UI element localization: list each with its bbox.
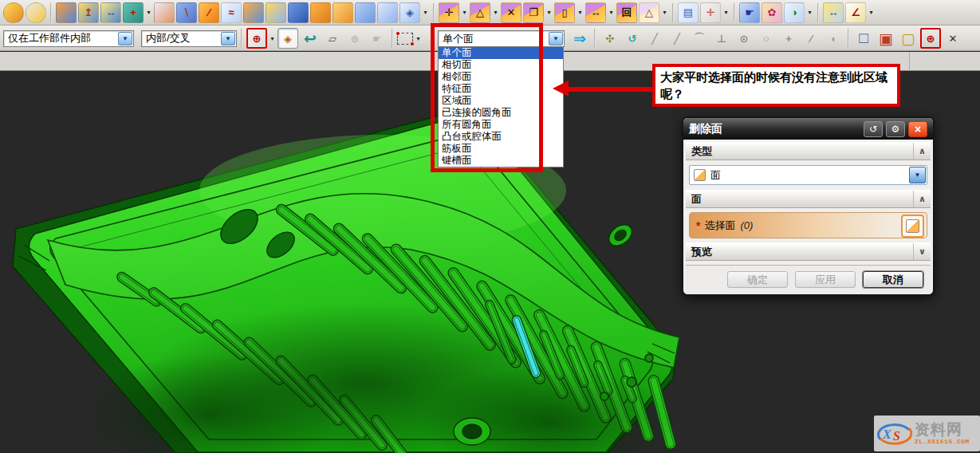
assembly-cube-icon[interactable]: ▢ [898,28,919,49]
dropdown-caret-icon[interactable]: ▾ [577,9,584,16]
face-rule-option[interactable]: 筋板面 [439,143,563,155]
marquee-select-icon[interactable] [397,33,413,45]
face-rule-combo[interactable]: 单个面 [438,30,565,47]
part-navigator-icon[interactable]: ▤ [678,2,699,23]
reset-icon[interactable]: ↺ [864,121,883,137]
section-face[interactable]: 面 ∧ [686,190,931,208]
face-rule-option[interactable]: 键槽面 [439,155,563,167]
split-body-icon[interactable]: ∖ [176,2,197,23]
wcs-orient-icon[interactable]: ✛ [700,2,721,23]
dropdown-caret-icon[interactable]: ▾ [415,35,422,42]
solid-selection-scope-icon[interactable]: ◈ [277,28,298,49]
face-rule-option[interactable]: 已连接的圆角面 [439,107,563,119]
dialog-title-bar[interactable]: 删除面 ↺ ⚙ × [683,118,933,140]
reposition-target-icon[interactable]: ⊕ [344,28,365,49]
curve-rule-combo[interactable]: 内部/交叉 [141,30,237,47]
face-rule-option[interactable]: 区域面 [439,95,563,107]
chevron-down-icon[interactable] [549,32,563,45]
bounded-plane-icon[interactable] [355,2,376,23]
resize-face-icon[interactable]: ↔ [585,2,606,23]
apply-button[interactable]: 应用 [795,271,856,288]
snap-endpoint-icon[interactable]: ╱ [644,28,665,49]
chevron-down-icon[interactable] [221,32,235,45]
pull-face-icon[interactable]: △ [470,2,490,23]
snap-arc-center-icon[interactable]: ⊙ [734,28,754,49]
face-blend-icon[interactable] [26,2,46,23]
dropdown-caret-icon[interactable]: ▾ [722,9,730,16]
delete-face-icon[interactable]: ✕ [501,2,521,23]
snapshot-icon[interactable]: ☛ [367,28,388,49]
chevron-up-icon[interactable]: ∧ [913,143,931,160]
section-type[interactable]: 类型 ∧ [686,142,931,160]
face-rule-dropdown-list[interactable]: 单个面相切面相邻面特征面区域面已连接的圆角面所有圆角面凸台或腔体面筋板面键槽面 [438,46,564,167]
dropdown-caret-icon[interactable]: ▾ [868,9,875,16]
chevron-down-icon[interactable] [118,32,132,45]
snap-intersection-icon[interactable]: ⊥ [711,28,732,49]
face-rule-option[interactable]: 单个面 [439,47,563,59]
close-icon[interactable]: × [908,121,927,137]
emboss-body-icon[interactable] [56,2,77,23]
chevron-up-icon[interactable]: ∧ [913,191,931,207]
face-rule-option[interactable]: 凸台或腔体面 [439,131,563,143]
dropdown-caret-icon[interactable]: ▾ [269,35,276,42]
snap-point-on-face-icon[interactable]: ∕ [801,28,821,49]
dropdown-caret-icon[interactable]: ▾ [661,9,668,16]
swept-icon[interactable] [310,2,331,23]
find-component-icon[interactable]: ⊕ [920,28,941,49]
snap-rotate-point-icon[interactable]: ↺ [622,28,643,49]
show-hide-icon[interactable]: ◑ [784,2,805,23]
offset-face-icon[interactable]: ↥ [78,2,99,23]
make-coplanar-icon[interactable]: △ [639,2,659,23]
cut-face-icon[interactable]: ▯ [554,2,575,23]
assign-material-icon[interactable]: ☛ [739,2,760,23]
selection-filter-icon[interactable]: ⊕ [246,28,267,49]
gear-icon[interactable]: ⚙ [886,121,905,137]
edit-object-display-icon[interactable]: ✿ [762,2,782,23]
polyhedron-icon[interactable]: ◈ [399,2,420,23]
wave-geometry-icon[interactable] [288,2,309,23]
type-dropdown[interactable]: 面 [689,165,927,185]
select-face-button[interactable] [901,215,924,238]
dropdown-caret-icon[interactable]: ▾ [492,9,499,16]
pocket-icon[interactable] [3,2,24,23]
copy-face-icon[interactable]: ❐ [523,2,544,23]
trim-body-icon[interactable] [154,2,175,23]
section-preview[interactable]: 预览 ∨ [686,242,931,261]
snap-existing-point-icon[interactable]: + [778,28,799,49]
face-rule-option[interactable]: 相邻面 [439,71,563,83]
dropdown-caret-icon[interactable]: ▾ [806,9,813,16]
scale-body-icon[interactable]: ↔ [100,2,121,23]
cancel-button[interactable]: 取消 [863,271,923,288]
face-rule-option[interactable]: 特征面 [439,83,563,95]
unite-boolean-icon[interactable]: + [123,2,144,23]
dropdown-caret-icon[interactable]: ▾ [608,9,615,16]
edit-section-icon[interactable]: ▣ [876,28,896,49]
dropdown-caret-icon[interactable]: ▾ [461,9,468,16]
measure-angle-icon[interactable]: ∠ [845,2,866,23]
dropdown-caret-icon[interactable]: ▾ [422,9,429,16]
thicken-icon[interactable] [266,2,286,23]
snap-quadrant-icon[interactable]: ○ [756,28,777,49]
sew-icon[interactable]: ≈ [221,2,242,23]
move-face-icon[interactable]: ✛ [439,2,459,23]
face-rule-option[interactable]: 相切面 [439,59,563,71]
pattern-face-icon[interactable]: 回 [616,2,637,23]
eraser-icon[interactable]: ▱ [322,28,343,49]
chevron-down-icon[interactable] [909,167,926,183]
snap-point-icon[interactable]: ✣ [600,28,620,49]
dropdown-caret-icon[interactable]: ▾ [145,9,152,16]
forward-arrow-icon[interactable]: ⇒ [569,28,590,49]
clip-section-icon[interactable]: □ [853,28,874,49]
ruled-surface-icon[interactable] [333,2,353,23]
dropdown-caret-icon[interactable]: ▾ [545,9,553,16]
select-face-row[interactable]: * 选择面 (0) [689,212,927,238]
ok-button[interactable]: 确定 [727,271,788,288]
snap-point-on-curve-icon[interactable]: ⌒ [689,28,710,49]
back-arrow-icon[interactable]: ↩ [300,28,321,49]
snap-midpoint-icon[interactable]: ╱ [667,28,687,49]
face-rule-option[interactable]: 所有圆角面 [439,119,563,131]
measure-distance-icon[interactable]: ↔ [823,2,844,23]
block-primitive-icon[interactable] [377,2,398,23]
trimmed-sheet-icon[interactable]: ∕ [199,2,219,23]
clipped-edge-icon[interactable]: ✕ [943,28,963,49]
